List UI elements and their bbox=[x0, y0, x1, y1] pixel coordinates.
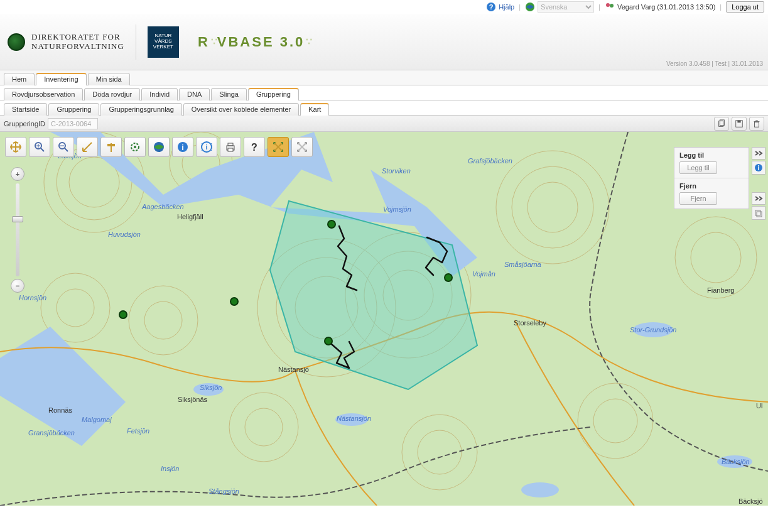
signpost-tool[interactable] bbox=[100, 137, 122, 157]
svg-rect-63 bbox=[228, 143, 233, 146]
place-label-siksjönäs: Siksjönäs bbox=[178, 396, 207, 403]
place-label-vojmsjön: Vojmsjön bbox=[383, 205, 411, 213]
info-tool[interactable]: i bbox=[172, 137, 193, 157]
zoom-slider-handle[interactable] bbox=[12, 216, 23, 222]
observation-point[interactable] bbox=[327, 220, 336, 229]
zoom-in-icon bbox=[33, 141, 46, 153]
svg-text:?: ? bbox=[251, 142, 257, 153]
app-title: R ∵ VBASE 3.0 ∵ bbox=[198, 34, 311, 50]
place-label-storviken: Storviken bbox=[382, 167, 411, 175]
save-button[interactable] bbox=[732, 117, 747, 131]
zoom-out-tool[interactable] bbox=[53, 137, 74, 157]
info-region-tool[interactable]: i bbox=[196, 137, 217, 157]
tab-sub-rovdjursobservation[interactable]: Rovdjursobservation bbox=[4, 88, 83, 100]
add-section-title: Legg til bbox=[679, 151, 744, 159]
target-tool[interactable] bbox=[124, 137, 146, 157]
svg-rect-64 bbox=[228, 148, 233, 151]
tab-main-min-sida[interactable]: Min sida bbox=[88, 73, 130, 85]
place-label-fianberg: Fianberg bbox=[707, 286, 734, 294]
place-label-storseleby: Storseleby bbox=[514, 319, 546, 327]
collapse-panel2-button[interactable] bbox=[752, 192, 765, 205]
language-select[interactable]: Svenska bbox=[538, 1, 594, 13]
remove-button[interactable]: Fjern bbox=[679, 192, 717, 205]
globe-icon bbox=[525, 2, 535, 12]
collapse-panel-button[interactable] bbox=[752, 147, 765, 160]
tab-page-startside[interactable]: Startside bbox=[4, 103, 47, 116]
print-tool[interactable] bbox=[220, 137, 241, 157]
tab-page-grupperingsgrunnlag[interactable]: Grupperingsgrunnlag bbox=[100, 103, 181, 116]
globe-tool[interactable] bbox=[148, 137, 170, 157]
dn-title-line2: NATURFORVALTNING bbox=[31, 42, 124, 51]
copy-button[interactable] bbox=[714, 117, 729, 131]
layers-button[interactable] bbox=[752, 206, 765, 220]
zoom-in-button[interactable]: + bbox=[11, 167, 24, 181]
observation-point[interactable] bbox=[324, 337, 333, 345]
place-label-vojmån: Vojmån bbox=[472, 270, 495, 278]
svg-rect-76 bbox=[755, 210, 760, 215]
tab-main-hem[interactable]: Hem bbox=[4, 73, 35, 85]
help-icon: ? bbox=[486, 2, 496, 12]
base-map bbox=[0, 132, 768, 506]
map-toolbar: ii? bbox=[5, 137, 313, 157]
help-tool[interactable]: ? bbox=[244, 137, 265, 157]
place-label-nästansjö: Nästansjö bbox=[278, 366, 309, 373]
measure-tool[interactable] bbox=[77, 137, 98, 157]
svg-text:i: i bbox=[205, 143, 207, 151]
place-label-hornsjön: Hornsjön bbox=[19, 294, 46, 301]
observation-point[interactable] bbox=[444, 273, 453, 282]
separator bbox=[136, 24, 136, 60]
unlink-cluster-tool[interactable] bbox=[291, 137, 313, 157]
svg-text:i: i bbox=[181, 143, 184, 152]
zoom-in-tool[interactable] bbox=[29, 137, 50, 157]
svg-rect-9 bbox=[755, 122, 759, 127]
tab-sub-dna[interactable]: DNA bbox=[179, 88, 210, 100]
pan-tool[interactable] bbox=[5, 137, 26, 157]
place-label-nästansjön: Nästansjön bbox=[337, 415, 371, 422]
svg-text:i: i bbox=[758, 165, 760, 171]
tab-sub-döda-rovdjur[interactable]: Döda rovdjur bbox=[84, 88, 140, 100]
gruppering-id-input[interactable] bbox=[48, 118, 98, 129]
place-label-huvudsjön: Huvudsjön bbox=[108, 231, 141, 238]
zoom-out-button[interactable]: − bbox=[11, 279, 24, 293]
separator: | bbox=[718, 3, 723, 11]
place-label-bäcksjö: Bäcksjö bbox=[738, 497, 763, 505]
zoom-control: + − bbox=[10, 167, 25, 293]
tab-sub-gruppering[interactable]: Gruppering bbox=[248, 88, 299, 100]
main-tabs: HemInventeringMin sida bbox=[0, 70, 768, 85]
separator: | bbox=[597, 3, 602, 11]
version-text: Version 3.0.458 | Test | 31.01.2013 bbox=[666, 60, 768, 70]
place-label-stångsjön: Stångsjön bbox=[208, 487, 239, 495]
top-utility-bar: ? Hjälp | Svenska | Vegard Varg (31.01.2… bbox=[0, 0, 768, 14]
zoom-slider-track[interactable] bbox=[16, 183, 19, 276]
unlink-cluster-icon bbox=[296, 141, 308, 153]
remove-section-title: Fjern bbox=[679, 182, 744, 190]
tab-main-inventering[interactable]: Inventering bbox=[36, 73, 86, 85]
tab-sub-slinga[interactable]: Slinga bbox=[211, 88, 247, 100]
globe-icon bbox=[153, 141, 165, 153]
tab-page-kart[interactable]: Kart bbox=[300, 103, 329, 116]
help-link[interactable]: Hjälp bbox=[499, 3, 514, 11]
target-icon bbox=[129, 141, 141, 153]
tab-page-gruppering[interactable]: Gruppering bbox=[48, 103, 99, 116]
observation-point[interactable] bbox=[230, 297, 239, 306]
logout-button[interactable]: Logga ut bbox=[726, 1, 764, 13]
side-panel: Legg til Legg til Fjern Fjern bbox=[674, 147, 749, 209]
delete-button[interactable] bbox=[749, 117, 764, 131]
nv-line3: VERKET bbox=[153, 45, 173, 50]
panel-controls-top: i bbox=[752, 147, 765, 175]
add-button[interactable]: Legg til bbox=[679, 161, 717, 174]
svg-point-4 bbox=[610, 4, 614, 8]
svg-line-47 bbox=[41, 148, 44, 151]
place-label-malgomaj: Malgomaj bbox=[82, 416, 112, 423]
link-cluster-tool[interactable] bbox=[268, 137, 289, 157]
observation-point[interactable] bbox=[119, 310, 127, 319]
panel-controls-bottom bbox=[752, 192, 765, 220]
tab-sub-individ[interactable]: Individ bbox=[141, 88, 178, 100]
zoom-out-icon bbox=[57, 141, 70, 153]
panel-info-button[interactable]: i bbox=[752, 161, 765, 175]
tab-page-oversikt-over-koblede-elementer[interactable]: Oversikt over koblede elementer bbox=[183, 103, 299, 116]
app-header: DIREKTORATET FOR NATURFORVALTNING NATUR … bbox=[0, 14, 768, 70]
svg-point-56 bbox=[134, 146, 136, 148]
map-area[interactable]: ii? + − Legg til Legg til Fjern Fjern i bbox=[0, 132, 768, 506]
dn-mark-icon bbox=[8, 33, 25, 51]
